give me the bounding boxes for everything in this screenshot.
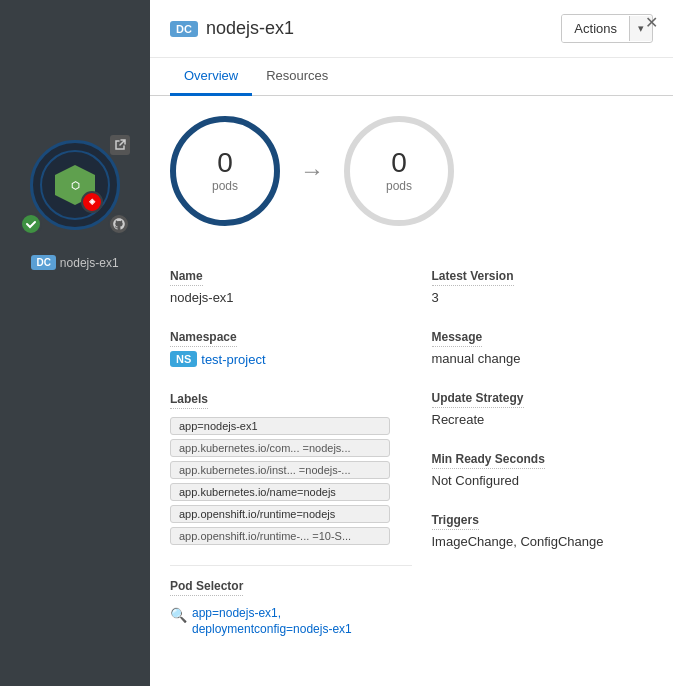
triggers-value: ImageChange, ConfigChange [432, 534, 654, 549]
pod-selector-label: Pod Selector [170, 579, 243, 596]
name-value: nodejs-ex1 [170, 290, 412, 305]
message-section: Message manual change [432, 317, 654, 378]
label-tag[interactable]: app.openshift.io/runtime=nodejs [170, 505, 390, 523]
pods-area: 0 pods → 0 pods [170, 116, 653, 226]
pod-selector-section: Pod Selector 🔍 app=nodejs-ex1, deploymen… [170, 565, 412, 648]
latest-version-section: Latest Version 3 [432, 256, 654, 317]
desired-pods-circle: 0 pods [344, 116, 454, 226]
header-dc-badge: DC [170, 21, 198, 37]
update-strategy-label: Update Strategy [432, 391, 524, 408]
min-ready-seconds-value: Not Configured [432, 473, 654, 488]
pod-selector-link-1[interactable]: app=nodejs-ex1, [192, 606, 352, 620]
pod-ring-outer: ⬡ ◈ [30, 140, 120, 230]
triggers-label: Triggers [432, 513, 479, 530]
namespace-label: Namespace [170, 330, 237, 347]
current-pods-count: 0 [217, 149, 233, 177]
pod-ring-inner: ⬡ ◈ [40, 150, 110, 220]
actions-label: Actions [562, 15, 629, 42]
close-button[interactable]: ✕ [639, 10, 663, 34]
labels-section: Labels app=nodejs-ex1 app.kubernetes.io/… [170, 379, 412, 557]
tabs-bar: Overview Resources [150, 58, 673, 96]
ns-badge: NS [170, 351, 197, 367]
label-tag[interactable]: app.kubernetes.io/inst... =nodejs-... [170, 461, 390, 479]
tab-resources[interactable]: Resources [252, 58, 342, 96]
app-icon-container: ⬡ ◈ [25, 140, 125, 240]
pod-selector-search: 🔍 app=nodejs-ex1, deploymentconfig=nodej… [170, 606, 412, 636]
github-icon [108, 213, 130, 235]
dc-tag: DC [31, 255, 55, 270]
external-link-icon[interactable] [110, 135, 130, 155]
desired-pods-count: 0 [391, 149, 407, 177]
min-ready-seconds-section: Min Ready Seconds Not Configured [432, 439, 654, 500]
pod-selector-link-2[interactable]: deploymentconfig=nodejs-ex1 [192, 622, 352, 636]
pod-selector-links: app=nodejs-ex1, deploymentconfig=nodejs-… [192, 606, 352, 636]
triggers-section: Triggers ImageChange, ConfigChange [432, 500, 654, 561]
namespace-value[interactable]: test-project [201, 352, 265, 367]
message-label: Message [432, 330, 483, 347]
label-tags: app=nodejs-ex1 app.kubernetes.io/com... … [170, 417, 412, 545]
name-section: Name nodejs-ex1 [170, 256, 412, 317]
sidebar: ⬡ ◈ DC nodejs-ex1 [0, 0, 150, 686]
label-tag[interactable]: app.kubernetes.io/name=nodejs [170, 483, 390, 501]
main-panel: DC nodejs-ex1 Actions ▾ Overview Resourc… [150, 0, 673, 686]
update-strategy-value: Recreate [432, 412, 654, 427]
page-title: nodejs-ex1 [206, 18, 294, 39]
namespace-section: Namespace NS test-project [170, 317, 412, 379]
details-grid: Name nodejs-ex1 Namespace NS test-projec… [170, 256, 653, 648]
labels-label: Labels [170, 392, 208, 409]
sidebar-app-name: nodejs-ex1 [60, 256, 119, 270]
latest-version-value: 3 [432, 290, 654, 305]
min-ready-seconds-label: Min Ready Seconds [432, 452, 545, 469]
status-check-icon [20, 213, 42, 235]
latest-version-label: Latest Version [432, 269, 514, 286]
current-pods-circle: 0 pods [170, 116, 280, 226]
label-tag[interactable]: app.kubernetes.io/com... =nodejs... [170, 439, 390, 457]
left-column: Name nodejs-ex1 Namespace NS test-projec… [170, 256, 412, 648]
label-tag[interactable]: app.openshift.io/runtime-... =10-S... [170, 527, 390, 545]
title-area: DC nodejs-ex1 [170, 18, 294, 39]
update-strategy-section: Update Strategy Recreate [432, 378, 654, 439]
message-value: manual change [432, 351, 654, 366]
panel-wrapper: DC nodejs-ex1 Actions ▾ Overview Resourc… [150, 0, 673, 686]
openshift-badge: ◈ [81, 191, 103, 213]
search-icon: 🔍 [170, 607, 187, 623]
desired-pods-label: pods [386, 179, 412, 193]
namespace-container: NS test-project [170, 351, 412, 367]
tab-overview[interactable]: Overview [170, 58, 252, 96]
sidebar-dc-badge: DC nodejs-ex1 [31, 255, 118, 270]
panel-content: 0 pods → 0 pods Name nodejs-ex1 [150, 96, 673, 686]
arrow-icon: → [300, 157, 324, 185]
right-column: Latest Version 3 Message manual change U… [412, 256, 654, 648]
name-label: Name [170, 269, 203, 286]
panel-header: DC nodejs-ex1 Actions ▾ [150, 0, 673, 58]
node-logo: ⬡ ◈ [53, 163, 98, 208]
label-tag[interactable]: app=nodejs-ex1 [170, 417, 390, 435]
current-pods-label: pods [212, 179, 238, 193]
